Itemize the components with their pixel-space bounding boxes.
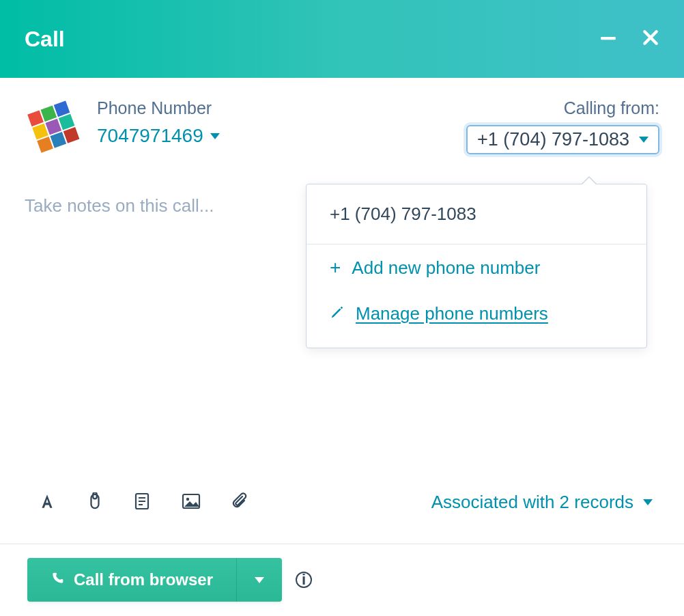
minimize-icon[interactable] [599,29,617,49]
call-button-group: Call from browser [27,558,282,602]
chevron-down-icon [255,577,264,583]
calling-from-value: +1 (704) 797-1083 [477,129,629,150]
popover-actions: + Add new phone number Manage phone numb… [307,244,646,348]
phone-icon [51,570,64,589]
phone-option[interactable]: +1 (704) 797-1083 [307,184,646,244]
image-icon[interactable] [182,493,201,512]
phone-number-value: 7047971469 [97,125,203,147]
contact-left: Phone Number 7047971469 [25,98,220,154]
snippet-icon[interactable] [134,492,150,513]
dialog-header: Call [0,0,684,78]
manage-phone-label: Manage phone numbers [356,303,548,324]
notes-placeholder: Take notes on this call... [25,195,214,216]
info-icon[interactable]: i [296,572,312,588]
pencil-icon [330,303,345,324]
associated-records-dropdown[interactable]: Associated with 2 records [431,492,653,513]
svg-rect-12 [93,492,97,499]
calling-from-section: Calling from: +1 (704) 797-1083 [466,98,659,154]
phone-label: Phone Number [97,98,220,118]
svg-point-18 [186,497,189,500]
manage-phone-numbers[interactable]: Manage phone numbers [330,303,623,324]
text-format-icon[interactable] [38,492,56,513]
popover-arrow [581,176,597,184]
plus-icon: + [330,257,341,279]
dialog-footer: Call from browser i [0,544,684,615]
call-button-label: Call from browser [74,570,213,589]
call-button-menu[interactable] [236,558,282,602]
paperclip-icon[interactable] [232,492,248,513]
chevron-down-icon [210,133,220,139]
chevron-down-icon [639,137,649,143]
calling-from-label: Calling from: [564,98,659,118]
contact-row: Phone Number 7047971469 Calling from: +1… [25,98,659,154]
contact-avatar [25,98,81,154]
svg-rect-0 [601,37,616,40]
calling-from-dropdown[interactable]: +1 (704) 797-1083 [466,125,659,154]
associated-records-label: Associated with 2 records [431,492,633,513]
call-from-browser-button[interactable]: Call from browser [27,558,236,602]
add-phone-number[interactable]: + Add new phone number [330,257,623,279]
attachment-icon[interactable] [87,492,102,513]
phone-number-dropdown[interactable]: 7047971469 [97,125,220,147]
close-icon[interactable] [642,29,659,49]
add-phone-label: Add new phone number [352,257,540,279]
calling-from-popover: +1 (704) 797-1083 + Add new phone number… [306,184,647,348]
contact-info: Phone Number 7047971469 [97,98,220,147]
toolbar-icons [38,492,248,513]
dialog-body: Phone Number 7047971469 Calling from: +1… [0,78,684,216]
editor-toolbar: Associated with 2 records [0,492,684,527]
dialog-title: Call [25,27,65,52]
header-controls [599,29,659,49]
chevron-down-icon [643,499,653,505]
